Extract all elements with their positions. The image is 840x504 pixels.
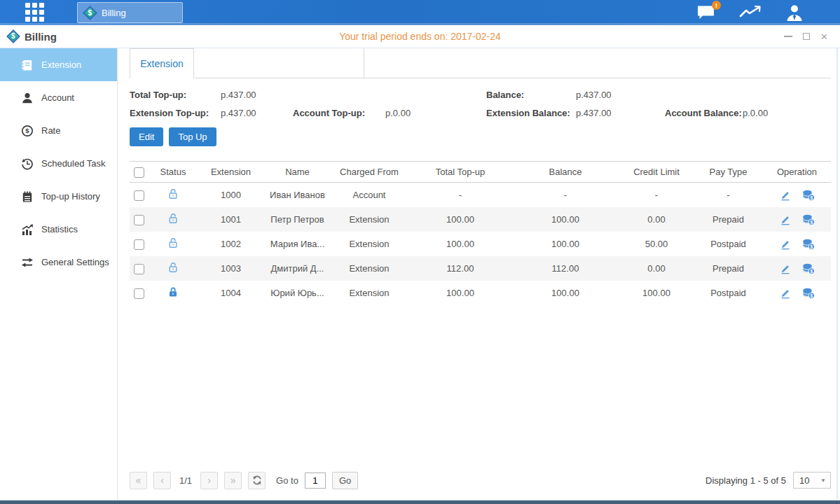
- sidebar-item-label: Scheduled Task: [41, 158, 106, 169]
- cell-total-topup: 100.00: [408, 214, 513, 225]
- balance-value: p.437.00: [576, 90, 665, 100]
- svg-text:$: $: [810, 293, 813, 298]
- sidebar-item-account[interactable]: Account: [0, 81, 117, 114]
- ledger-icon: [21, 190, 34, 203]
- top-up-row-icon[interactable]: $: [802, 263, 815, 274]
- tab-extension[interactable]: Extension: [130, 48, 194, 78]
- main-content: Extension Total Top-up: p.437.00 Balance…: [118, 48, 840, 500]
- maximize-button[interactable]: [801, 32, 811, 41]
- cell-balance: 100.00: [513, 214, 618, 225]
- status-lock-icon: [167, 286, 179, 298]
- status-lock-icon: [167, 237, 179, 248]
- taskbar-tab-label: Billing: [102, 8, 126, 18]
- col-credit-limit: Credit Limit: [618, 167, 695, 177]
- minimize-button[interactable]: [783, 32, 792, 41]
- refresh-button[interactable]: [248, 472, 266, 489]
- page-size-select[interactable]: 10 ▼: [793, 472, 831, 489]
- cell-total-topup: 100.00: [408, 239, 513, 249]
- cell-name: Дмитрий Д...: [264, 263, 331, 274]
- extensions-table: Status Extension Name Charged From Total…: [130, 161, 831, 305]
- table-row: 1004 Юрий Юрь... Extension 100.00 100.00…: [130, 281, 831, 305]
- sidebar-item-label: General Settings: [41, 257, 109, 267]
- goto-page-input[interactable]: [305, 472, 326, 489]
- row-checkbox[interactable]: [134, 190, 144, 201]
- edit-row-icon[interactable]: [780, 288, 791, 299]
- pagination-bar: « ‹ 1/1 › » Go to Go Displaying 1 - 5 of…: [130, 470, 831, 490]
- edit-button[interactable]: Edit: [130, 127, 163, 146]
- close-button[interactable]: ✕: [820, 32, 829, 41]
- cell-charged-from: Extension: [331, 239, 408, 249]
- sidebar-item-scheduled-task[interactable]: Scheduled Task: [0, 147, 117, 180]
- edit-row-icon[interactable]: [780, 190, 791, 201]
- top-up-row-icon[interactable]: $: [802, 288, 815, 299]
- cell-name: Петр Петров: [264, 214, 331, 225]
- window-titlebar: Your trial period ends on: 2017-02-24 $ …: [0, 25, 840, 48]
- window-controls: ✕: [783, 32, 829, 41]
- taskbar: $ Billing !: [0, 0, 840, 25]
- svg-text:$: $: [810, 268, 813, 274]
- cell-extension: 1003: [198, 263, 264, 274]
- go-button[interactable]: Go: [332, 472, 358, 489]
- select-all-checkbox[interactable]: [134, 167, 144, 178]
- status-lock-icon: [167, 213, 179, 224]
- table-row: 1003 Дмитрий Д... Extension 112.00 112.0…: [130, 256, 831, 281]
- window-title-text: Billing: [25, 31, 57, 43]
- top-up-row-icon[interactable]: $: [802, 214, 815, 225]
- bar-chart-icon: [21, 223, 34, 236]
- sidebar-item-label: Statistics: [41, 224, 78, 234]
- window-bottom-edge: [0, 500, 840, 504]
- row-checkbox[interactable]: [134, 239, 144, 250]
- sidebar-item-general-settings[interactable]: General Settings: [0, 246, 117, 279]
- extension-topup-label: Extension Top-up:: [130, 108, 221, 118]
- cell-pay-type: Prepaid: [695, 214, 762, 225]
- notification-badge: !: [712, 1, 721, 10]
- first-page-button[interactable]: «: [130, 472, 147, 489]
- person-icon: [21, 92, 34, 104]
- page-indicator: 1/1: [177, 475, 194, 486]
- row-checkbox[interactable]: [134, 288, 144, 299]
- cell-charged-from: Extension: [331, 288, 408, 298]
- spacer: [743, 90, 831, 100]
- last-page-button[interactable]: »: [224, 472, 242, 489]
- table-row: 1000 Иван Иванов Account - - - - $: [130, 183, 831, 207]
- edit-row-icon[interactable]: [780, 239, 791, 250]
- taskbar-tab-billing[interactable]: $ Billing: [77, 2, 183, 23]
- table-row: 1001 Петр Петров Extension 100.00 100.00…: [130, 207, 831, 232]
- edit-row-icon[interactable]: [780, 214, 791, 225]
- account-balance-value: p.0.00: [743, 108, 831, 118]
- col-pay-type: Pay Type: [695, 167, 762, 177]
- top-up-row-icon[interactable]: $: [802, 190, 815, 201]
- spacer: [293, 90, 385, 100]
- next-page-button[interactable]: ›: [200, 472, 218, 489]
- cell-balance: 100.00: [513, 288, 618, 298]
- clock-history-icon: [21, 158, 34, 170]
- cell-credit-limit: 0.00: [618, 263, 695, 274]
- cell-credit-limit: 50.00: [618, 239, 695, 249]
- top-up-button[interactable]: Top Up: [169, 127, 216, 146]
- messages-icon[interactable]: !: [696, 5, 715, 20]
- cell-charged-from: Extension: [331, 263, 408, 274]
- prev-page-button[interactable]: ‹: [153, 472, 171, 489]
- edit-row-icon[interactable]: [780, 263, 791, 274]
- sidebar-item-statistics[interactable]: Statistics: [0, 213, 117, 246]
- app-grid-icon[interactable]: [25, 3, 46, 22]
- top-up-row-icon[interactable]: $: [802, 239, 815, 250]
- cell-name: Юрий Юрь...: [264, 288, 331, 298]
- statistics-chart-icon[interactable]: [739, 4, 762, 21]
- row-checkbox[interactable]: [134, 215, 144, 225]
- account-topup-value: p.0.00: [385, 108, 486, 118]
- sidebar-item-rate[interactable]: $ Rate: [0, 114, 117, 147]
- svg-text:$: $: [25, 127, 29, 134]
- svg-text:$: $: [810, 219, 813, 225]
- svg-text:$: $: [810, 244, 813, 249]
- sidebar-item-extension[interactable]: Extension: [0, 48, 117, 81]
- user-account-icon[interactable]: [785, 4, 804, 22]
- trial-notice: Your trial period ends on: 2017-02-24: [0, 31, 840, 42]
- goto-label: Go to: [276, 475, 298, 486]
- sidebar-item-topup-history[interactable]: Top-up History: [0, 180, 117, 213]
- table-row: 1002 Мария Ива... Extension 100.00 100.0…: [130, 232, 831, 256]
- dropdown-arrow-icon: ▼: [820, 477, 826, 484]
- cell-total-topup: 112.00: [408, 263, 513, 274]
- row-checkbox[interactable]: [134, 264, 144, 274]
- dollar-circle-icon: $: [21, 125, 34, 137]
